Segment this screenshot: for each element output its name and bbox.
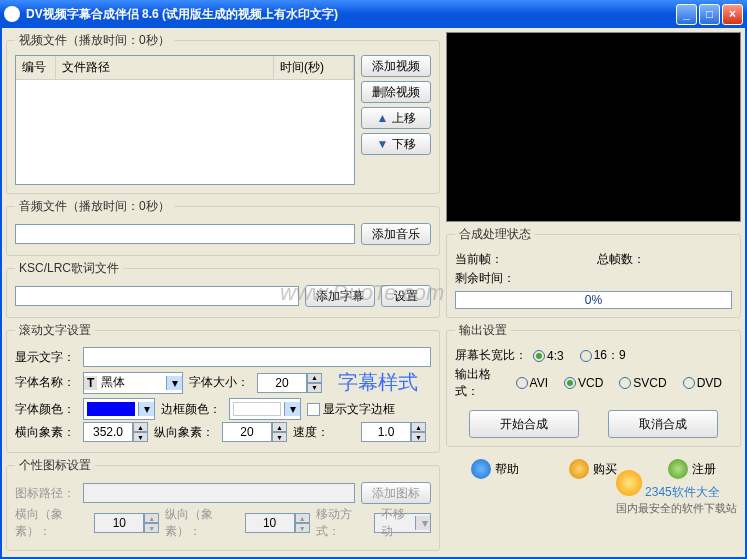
add-music-button[interactable]: 添加音乐 [361,223,431,245]
icon-path-input [83,483,355,503]
star-icon [616,470,642,496]
video-file-list[interactable]: 编号 文件路径 时间(秒) [15,55,355,185]
add-icon-button: 添加图标 [361,482,431,504]
speed-label: 速度： [293,424,355,441]
font-size-label: 字体大小： [189,374,251,391]
status-group: 合成处理状态 当前帧： 总帧数： 剩余时间： 0% [446,226,741,318]
audio-files-group: 音频文件（播放时间：0秒） 添加音乐 [6,198,440,256]
move-up-button[interactable]: ▲ 上移 [361,107,431,129]
remove-video-button[interactable]: 删除视频 [361,81,431,103]
lyric-files-group: KSC/LRC歌词文件 添加字幕 设置 [6,260,440,318]
col-num: 编号 [16,56,56,79]
maximize-button[interactable]: □ [699,4,720,25]
scrolling-legend: 滚动文字设置 [15,322,95,339]
output-group: 输出设置 屏幕长宽比： 4:3 16：9 输出格式： AVI VCD SVCD … [446,322,741,447]
truetype-icon: T [84,376,97,390]
cancel-compose-button[interactable]: 取消合成 [608,410,718,438]
icon-path-label: 图标路径： [15,485,77,502]
icon-settings-group: 个性图标设置 图标路径： 添加图标 横向（象素）： ▲▼ 纵向（象素）： ▲▼ … [6,457,440,551]
start-compose-button[interactable]: 开始合成 [469,410,579,438]
border-color-label: 边框颜色： [161,401,223,418]
show-border-checkbox[interactable]: 显示文字边框 [307,401,395,418]
buy-icon [569,459,589,479]
remain-time-label: 剩余时间： [455,270,515,287]
move-mode-combo: 不移动 ▾ [374,513,431,533]
video-legend: 视频文件（播放时间：0秒） [15,32,174,49]
font-name-combo[interactable]: T 黑体 ▾ [83,372,183,394]
format-vcd-radio[interactable]: VCD [564,376,603,390]
font-size-spinner[interactable]: ▲▼ [257,373,322,393]
col-path: 文件路径 [56,56,274,79]
vpixel-spinner[interactable]: ▲▼ [222,422,287,442]
subtitle-preview: 字幕样式 [338,369,418,396]
icon-h-label: 横向（象素）： [15,506,88,540]
help-icon [471,459,491,479]
icon-v-label: 纵向（象素）： [165,506,238,540]
hpixel-spinner[interactable]: ▲▼ [83,422,148,442]
aspect-label: 屏幕长宽比： [455,347,527,364]
col-time: 时间(秒) [274,56,354,79]
icon-h-spinner: ▲▼ [94,513,159,533]
add-subtitle-button[interactable]: 添加字幕 [305,285,375,307]
subtitle-settings-button[interactable]: 设置 [381,285,431,307]
window-title: DV视频字幕合成伴侣 8.6 (试用版生成的视频上有水印文字) [26,6,676,23]
status-legend: 合成处理状态 [455,226,535,243]
audio-legend: 音频文件（播放时间：0秒） [15,198,174,215]
scrolling-text-group: 滚动文字设置 显示文字： 字体名称： T 黑体 ▾ 字体大小： ▲▼ 字幕样式 [6,322,440,453]
hpixel-label: 横向象素： [15,424,77,441]
total-frames-label: 总帧数： [597,251,645,268]
chevron-down-icon: ▾ [166,376,182,390]
help-link[interactable]: 帮助 [471,459,519,479]
titlebar: DV视频字幕合成伴侣 8.6 (试用版生成的视频上有水印文字) _ □ × [0,0,747,28]
icon-legend: 个性图标设置 [15,457,95,474]
format-dvd-radio[interactable]: DVD [683,376,722,390]
font-name-label: 字体名称： [15,374,77,391]
video-preview [446,32,741,222]
icon-v-spinner: ▲▼ [245,513,310,533]
add-video-button[interactable]: 添加视频 [361,55,431,77]
display-text-input[interactable] [83,347,431,367]
move-mode-label: 移动方式： [316,506,368,540]
lyric-path-input[interactable] [15,286,299,306]
minimize-button[interactable]: _ [676,4,697,25]
aspect-4-3-radio[interactable]: 4:3 [533,349,564,363]
video-files-group: 视频文件（播放时间：0秒） 编号 文件路径 时间(秒) 添加视频 删除视频 ▲ … [6,32,440,194]
buy-link[interactable]: 购买 [569,459,617,479]
format-svcd-radio[interactable]: SVCD [619,376,666,390]
lyric-legend: KSC/LRC歌词文件 [15,260,123,277]
vpixel-label: 纵向象素： [154,424,216,441]
audio-path-input[interactable] [15,224,355,244]
font-color-label: 字体颜色： [15,401,77,418]
speed-spinner[interactable]: ▲▼ [361,422,426,442]
current-frame-label: 当前帧： [455,251,503,268]
display-text-label: 显示文字： [15,349,77,366]
format-label: 输出格式： [455,366,510,400]
output-legend: 输出设置 [455,322,511,339]
site-logo: 2345软件大全 国内最安全的软件下载站 [616,470,737,516]
app-icon [4,6,20,22]
close-button[interactable]: × [722,4,743,25]
format-avi-radio[interactable]: AVI [516,376,548,390]
font-color-combo[interactable]: ▾ [83,398,155,420]
progress-bar: 0% [455,291,732,309]
move-down-button[interactable]: ▼ 下移 [361,133,431,155]
aspect-16-9-radio[interactable]: 16：9 [580,347,626,364]
border-color-combo[interactable]: ▾ [229,398,301,420]
